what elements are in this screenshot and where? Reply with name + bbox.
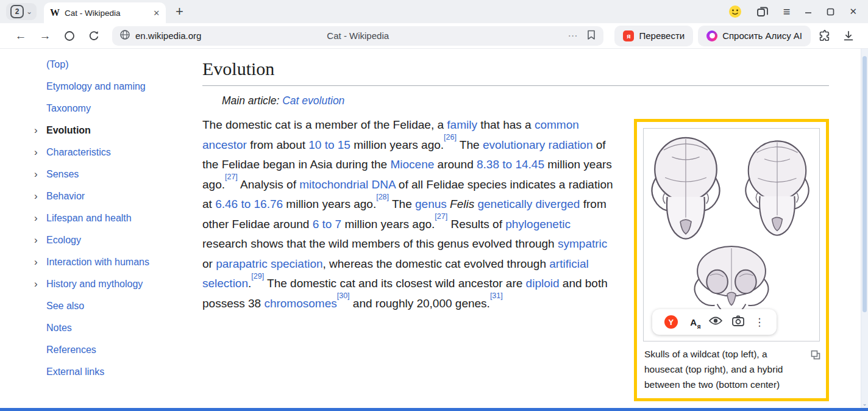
sidebar-item-evolution[interactable]: ›Evolution	[34, 120, 202, 141]
reload-button[interactable]	[82, 26, 106, 46]
enlarge-icon[interactable]	[811, 349, 820, 364]
article-link[interactable]: genus	[415, 198, 447, 210]
paragraph-text: The domestic cat and its closest wild an…	[264, 277, 525, 290]
sidebar-item-top[interactable]: ›(Top)	[34, 54, 202, 76]
sidebar-item-external-links[interactable]: ›External links	[34, 361, 202, 383]
translate-icon: я	[623, 30, 634, 41]
table-of-contents: ›(Top)›Etymology and naming›Taxonomy›Evo…	[0, 49, 202, 411]
italic-text: Felis	[450, 198, 474, 210]
new-tab-button[interactable]: +	[176, 5, 183, 18]
paragraph-text: , whereas the domestic cat evolved throu…	[323, 257, 550, 270]
sidebar-item-characteristics[interactable]: ›Characteristics	[34, 141, 202, 163]
downloads-icon[interactable]	[838, 26, 859, 46]
article-link[interactable]: 6 to 7	[313, 218, 342, 231]
chevron-right-icon[interactable]: ›	[34, 124, 46, 137]
article-link[interactable]: Miocene	[390, 158, 434, 171]
figure-image[interactable]: Y Ая ⋮	[643, 128, 820, 341]
paragraph-text: The domestic cat is a member of the Feli…	[202, 118, 447, 131]
bookmark-icon[interactable]	[586, 29, 596, 43]
reference-link[interactable]: [29]	[251, 272, 264, 281]
article-link[interactable]: phylogenetic	[505, 218, 571, 231]
yandex-search-icon[interactable]: Y	[664, 315, 678, 329]
tab-counter-button[interactable]: 2 ⌄	[6, 3, 37, 20]
hatnote-prefix: Main article:	[222, 95, 282, 107]
article-link[interactable]: family	[447, 118, 477, 131]
article-link[interactable]: parapatric speciation	[216, 257, 322, 270]
article-link[interactable]: evolutionary radiation	[483, 138, 593, 151]
reference-link[interactable]: [31]	[490, 291, 503, 300]
chevron-right-icon[interactable]: ›	[34, 212, 46, 224]
article-link[interactable]: sympatric	[558, 237, 607, 250]
back-button[interactable]: ←	[9, 26, 33, 46]
sidebar-item-references[interactable]: ›References	[34, 339, 202, 361]
more-options-icon[interactable]: ⋮	[754, 316, 764, 329]
chevron-right-icon[interactable]: ›	[34, 278, 46, 290]
chevron-right-icon[interactable]: ›	[34, 146, 46, 159]
sidebar-item-label: Taxonomy	[46, 103, 91, 114]
reference-link[interactable]: [26]	[444, 133, 457, 141]
forward-button[interactable]: →	[33, 26, 57, 46]
hatnote: Main article: Cat evolution	[222, 95, 829, 107]
sidebar-item-interaction-with-humans[interactable]: ›Interaction with humans	[34, 251, 202, 273]
chevron-right-icon[interactable]: ›	[34, 168, 46, 180]
chevron-right-icon[interactable]: ›	[34, 190, 46, 202]
scroll-down-icon[interactable]: ⌄	[861, 401, 868, 407]
hatnote-link[interactable]: Cat evolution	[282, 95, 344, 107]
paragraph-text: million years ago.	[350, 138, 444, 151]
close-tab-icon[interactable]: ✕	[153, 9, 160, 18]
reference-link[interactable]: [30]	[337, 291, 350, 300]
tab-cat-wikipedia[interactable]: W Cat - Wikipedia ✕	[44, 2, 166, 23]
minimize-window-button[interactable]	[805, 8, 812, 15]
reference-link[interactable]: [27]	[225, 173, 238, 181]
vertical-scrollbar[interactable]: ⌄	[861, 49, 868, 408]
maximize-window-button[interactable]	[827, 8, 834, 16]
sidebar-item-history-and-mythology[interactable]: ›History and mythology	[34, 273, 202, 295]
chevron-right-icon[interactable]: ›	[34, 234, 46, 246]
paragraph-text: The	[457, 138, 483, 151]
address-bar[interactable]: en.wikipedia.org Cat - Wikipedia ⋯	[112, 26, 603, 46]
tab-count-badge: 2	[10, 5, 24, 18]
tab-groups-icon[interactable]	[756, 5, 769, 18]
paragraph-text: that has a	[477, 118, 535, 131]
article-link[interactable]: genetically diverged	[477, 198, 580, 210]
sync-icon[interactable]	[57, 26, 82, 46]
paragraph-text: or	[202, 257, 216, 270]
article-link[interactable]: mitochondrial DNA	[299, 178, 395, 191]
image-search-icon[interactable]	[732, 315, 744, 329]
sidebar-item-senses[interactable]: ›Senses	[34, 163, 202, 185]
reference-link[interactable]: [27]	[435, 212, 447, 221]
ask-alice-button[interactable]: Спросить Алису AI	[698, 26, 811, 46]
sidebar-item-etymology-and-naming[interactable]: ›Etymology and naming	[34, 76, 202, 98]
chevron-down-icon: ⌄	[26, 7, 32, 16]
chevron-right-icon[interactable]: ›	[34, 256, 46, 268]
profile-avatar[interactable]	[728, 5, 742, 18]
sidebar-item-lifespan-and-health[interactable]: ›Lifespan and health	[34, 207, 202, 229]
sidebar-item-notes[interactable]: ›Notes	[34, 317, 202, 339]
reference-link[interactable]: [28]	[376, 193, 389, 201]
sidebar-item-label: Lifespan and health	[46, 213, 132, 224]
extensions-icon[interactable]	[813, 26, 835, 46]
menu-icon[interactable]: ≡	[783, 5, 791, 19]
scrollbar-thumb[interactable]	[863, 56, 867, 312]
article-link[interactable]: chromosomes	[264, 297, 336, 310]
sidebar-item-see-also[interactable]: ›See also	[34, 295, 202, 317]
address-overflow-icon[interactable]: ⋯	[567, 30, 578, 41]
translate-button[interactable]: я Перевести	[614, 26, 693, 46]
eye-icon[interactable]	[709, 316, 722, 328]
sidebar-item-ecology[interactable]: ›Ecology	[34, 229, 202, 251]
translate-button-label: Перевести	[639, 30, 685, 41]
page-content: ›(Top)›Etymology and naming›Taxonomy›Evo…	[0, 49, 868, 411]
article-link[interactable]: diploid	[526, 277, 560, 290]
image-translate-icon[interactable]: Ая	[688, 317, 700, 327]
article-link[interactable]: 8.38 to 14.45	[477, 158, 544, 171]
close-window-button[interactable]: ✕	[849, 6, 857, 17]
sidebar-item-taxonomy[interactable]: ›Taxonomy	[34, 98, 202, 120]
article-link[interactable]: 6.46 to 16.76	[215, 198, 283, 210]
tab-title: Cat - Wikipedia	[65, 9, 148, 18]
image-hover-toolbar: Y Ая ⋮	[652, 309, 777, 335]
alice-icon	[706, 30, 717, 41]
site-security-icon[interactable]	[119, 29, 130, 43]
article-link[interactable]: 10 to 15	[308, 138, 350, 151]
sidebar-item-behavior[interactable]: ›Behavior	[34, 185, 202, 207]
wikipedia-favicon-icon: W	[50, 7, 60, 18]
